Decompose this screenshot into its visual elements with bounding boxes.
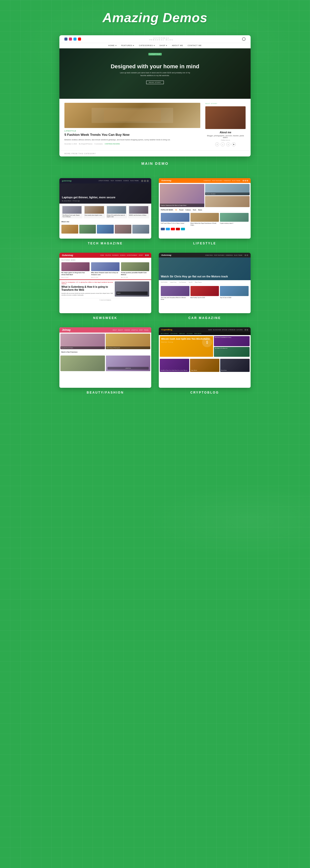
beauty-nav-3[interactable]: FASHION	[124, 329, 130, 331]
pop-tab-1[interactable]: All	[175, 209, 177, 211]
beauty-nav-6[interactable]: TRAVEL	[144, 329, 149, 331]
car-feat-tab-4[interactable]: Blog Theme	[195, 281, 202, 283]
tech-header: gutenmag LATEST STORIES TECH BUSINESS SC…	[59, 178, 151, 183]
car-nav-1[interactable]: HOME PAGE	[205, 254, 213, 256]
lifestyle-nav-4[interactable]: BLOG THEME	[232, 180, 240, 181]
tech-nav: LATEST STORIES TECH BUSINESS SCIENCE BLO…	[98, 180, 149, 182]
pop-tab-2[interactable]: Travel	[179, 209, 183, 211]
tech-magazine-item: gutenmag LATEST STORIES TECH BUSINESS SC…	[59, 178, 151, 245]
sidebar-yt-icon[interactable]: ▶	[232, 142, 236, 146]
twitter-icon[interactable]	[73, 37, 76, 40]
social-red-box[interactable]	[176, 228, 180, 230]
nw-nav-4[interactable]: SCIENCE	[120, 254, 126, 256]
car-feat-tab-1[interactable]: Latest Cars	[170, 281, 177, 283]
social-blue-box[interactable]	[181, 228, 185, 230]
beauty-nav-1[interactable]: ABOUT	[112, 329, 117, 331]
social-icons-row	[64, 37, 81, 40]
lifestyle-label: LIFESTYLE	[193, 242, 216, 245]
beauty-nav-4[interactable]: LIFESTYLE	[131, 329, 138, 331]
nw-article-2: Why does Amazon want me to buy an Amazon…	[91, 262, 119, 278]
tech-hot-2	[79, 225, 96, 234]
demos-grid-row2: Gutenmag HOME POLITICS BUSINESS SCIENCE …	[59, 253, 251, 320]
newsweek-articles: No major gains in drug tests has driven …	[59, 262, 151, 279]
hero-read-story-button[interactable]: READ STORY	[146, 81, 164, 84]
tech-thumb-1	[62, 206, 81, 214]
social-yt-box[interactable]	[171, 228, 175, 230]
lifestyle-nav-2[interactable]: POST FEATURES	[212, 180, 222, 181]
ticker-btc: BTC 8,250.00	[161, 333, 169, 334]
tech-title-2: How exactly does Apple's news	[84, 214, 104, 216]
nw-nav-2[interactable]: POLITICS	[105, 254, 111, 256]
sidebar-tw-icon[interactable]: t	[226, 142, 230, 146]
search-icon[interactable]	[242, 37, 246, 41]
crypto-hero-block: Bitcoin Cash Just Split into Two Blockch…	[160, 336, 213, 357]
car-feat-tab-2[interactable]: Car Reviews	[179, 281, 186, 283]
crypto-nav-2[interactable]: BLOCKCHAIN	[213, 329, 221, 331]
pop-tab-5[interactable]: News	[198, 209, 202, 211]
crypto-bottom-2: Crypto Market	[190, 359, 219, 372]
nav-about[interactable]: ABOUT ME	[172, 44, 183, 46]
crypto-nav-4[interactable]: ETHEREUM	[228, 329, 235, 331]
tech-nav-4[interactable]: SCIENCE	[123, 180, 129, 182]
crypto-nav-5[interactable]: ALTCOINS	[236, 329, 243, 331]
nav-shop[interactable]: SHOP ▾	[160, 44, 168, 46]
car-nav-3[interactable]: HOMEPAGE	[226, 254, 233, 256]
car-nav-4[interactable]: BLOG THEME	[234, 254, 242, 256]
main-demo-label: MAIN DEMO	[59, 161, 251, 165]
facebook-icon[interactable]	[64, 37, 67, 40]
youtube-icon[interactable]	[78, 37, 81, 40]
crypto-bottom-text-3: Bitcoin News	[221, 370, 249, 371]
social-fb-box[interactable]	[161, 228, 165, 230]
crypto-nav-1[interactable]: NEWS	[208, 329, 212, 331]
main-content-area: LIFESTYLE 5 Fashion Week Trends You Can …	[59, 99, 251, 150]
crypto-main-grid: Bitcoin Cash Just Split into Two Blockch…	[159, 335, 251, 358]
nw-side-img: Wall St	[115, 281, 149, 297]
car-logo: Gutenmag	[161, 254, 171, 256]
car-nav-2[interactable]: POST FEATURES	[214, 254, 225, 256]
tech-card-3: iPhone XS could be the name of Apple's n…	[106, 205, 127, 218]
pop-tab-4[interactable]: Tech	[193, 209, 196, 211]
pop-tab-3[interactable]: Culture	[185, 209, 191, 211]
main-article: LIFESTYLE 5 Fashion Week Trends You Can …	[64, 103, 205, 146]
tech-nav-2[interactable]: TECH	[110, 180, 114, 182]
tech-hero-title: Laptops get thinner, lighter, more secur…	[62, 195, 115, 199]
nw-nav-1[interactable]: HOME	[100, 254, 104, 256]
crypto-nav: NEWS BLOCKCHAIN BITCOIN ETHEREUM ALTCOIN…	[208, 329, 248, 331]
article-excerpt: Between endless alfresco dinners, last-m…	[64, 138, 200, 141]
beauty-nav-5[interactable]: SHOP	[139, 329, 143, 331]
nav-contact[interactable]: CONTACT ME	[188, 44, 202, 46]
tech-nav-1[interactable]: LATEST STORIES	[98, 180, 109, 182]
nav-categories[interactable]: CATEGORIES ▾	[139, 44, 155, 46]
social-tw-box[interactable]	[166, 228, 170, 230]
tech-magazine-label: TECH MAGAZINE	[88, 242, 123, 245]
sidebar-fb-icon[interactable]: f	[215, 142, 219, 146]
crypto-nav-3[interactable]: BITCOIN	[222, 329, 227, 331]
ticker-xrp: XRP 0.25	[179, 333, 185, 334]
lifestyle-card: Gutenmag HOMEPAGE POST FEATURES HOMEPAGE…	[159, 178, 251, 239]
car-magazine-item: Gutenmag HOME PAGE POST FEATURES HOMEPAG…	[159, 253, 251, 320]
newsweek-label: NEWSWEEK	[93, 316, 117, 320]
tech-nav-3[interactable]: BUSINESS	[115, 180, 122, 182]
crypto-bottom-grid: How All the Photos From Smith Reach You …	[159, 358, 251, 373]
nav-home[interactable]: HOME ▾	[108, 44, 117, 46]
car-feat-text-3: Top 10 Cars of 2020	[220, 297, 249, 299]
lifestyle-main-overlay: Fashion Statements We Want to Forget Abo…	[160, 204, 204, 207]
nw-nav-5[interactable]: ENTERTAINMENT	[127, 254, 137, 256]
article-continue[interactable]: CONTINUE READING	[105, 143, 120, 145]
lifestyle-nav-3[interactable]: HOMEPAGE	[224, 180, 231, 181]
lifestyle-b-text-1: Fall Travel: Where To Go in Stone, Irela…	[161, 222, 190, 224]
crypto-bottom-1: How All the Photos From Smith Reach You …	[160, 359, 189, 372]
nav-features[interactable]: FEATURES ▾	[121, 44, 135, 46]
tech-nav-5[interactable]: BLOG THEME	[130, 180, 139, 182]
nw-nav-3[interactable]: BUSINESS	[112, 254, 118, 256]
nw-nav-6[interactable]: SPORT	[139, 254, 143, 256]
instagram-icon[interactable]	[69, 37, 72, 40]
car-feat-thumb-3	[220, 286, 249, 296]
car-nav: HOME PAGE POST FEATURES HOMEPAGE BLOG TH…	[205, 254, 248, 256]
sidebar-ig-icon[interactable]: i	[221, 142, 225, 146]
car-feat-tab-3[interactable]: Top 10	[189, 281, 193, 283]
sidebar: NEXT STORY About me Blogger, photographe…	[205, 103, 246, 146]
lifestyle-nav-1[interactable]: HOMEPAGE	[204, 180, 211, 181]
tech-hot-row	[59, 224, 151, 235]
beauty-nav-2[interactable]: BEAUTY	[118, 329, 123, 331]
